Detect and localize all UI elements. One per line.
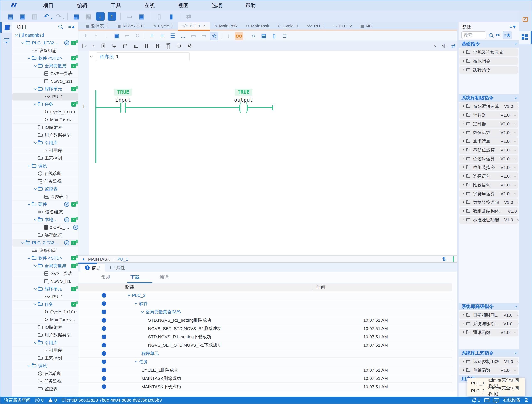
expand-chevron-icon[interactable] — [461, 59, 464, 62]
parallel-branch-icon[interactable] — [131, 42, 140, 50]
subtab-下载[interactable]: 下载 — [130, 274, 140, 283]
expand-chevron-icon[interactable] — [461, 218, 464, 221]
library-item-日期和时间...[interactable]: 日期和时间...V1.0 — [459, 311, 518, 319]
log-row[interactable]: 软件 — [78, 299, 452, 308]
expand-chevron-icon[interactable] — [461, 192, 464, 195]
library-item-数值运算[interactable]: 数值运算V1.0 — [459, 129, 518, 137]
tree-item-MainTask<30>[interactable]: MainTask<30> — [12, 116, 78, 124]
log-row[interactable]: NGVS_SET_STD.NGVS_R1删除成功10:07:51 AM — [78, 324, 452, 333]
tree-item-全局变量集[interactable]: 全局变量集 — [12, 262, 78, 270]
tree-item-Cycle_1<10>[interactable]: Cycle_1<10> — [12, 308, 78, 316]
resource-section-header[interactable]: 系统库初级指令 — [459, 94, 520, 102]
library-item-运动控制函数[interactable]: 运动控制函数V1.0 — [459, 358, 518, 366]
version-dropdown-icon[interactable] — [514, 183, 516, 186]
resource-search-icon[interactable] — [489, 33, 493, 37]
open-project-button[interactable] — [18, 12, 27, 21]
library-item-跳转指令[interactable]: 跳转指令 — [459, 66, 518, 74]
error-counter[interactable]: ✕ 0 — [35, 398, 44, 403]
tree-item-引用库[interactable]: 引用库 — [12, 339, 78, 347]
download-to-device-button[interactable] — [96, 12, 105, 21]
coil-icon[interactable] — [174, 42, 184, 50]
split-horizontal-button[interactable] — [260, 32, 268, 40]
expand-chevron-icon[interactable] — [461, 331, 464, 334]
panel-resize-handle[interactable] — [78, 263, 457, 264]
expand-chevron-icon[interactable] — [461, 140, 464, 142]
tree-item-IO映射表[interactable]: IO映射表 — [12, 324, 78, 331]
tree-item-本地配置[interactable]: 本地配置 — [12, 216, 78, 224]
tree-item-全局变量集[interactable]: 全局变量集 — [12, 62, 78, 70]
expand-chevron-icon[interactable] — [28, 364, 30, 367]
add-element-button[interactable] — [81, 32, 90, 40]
library-item-数组及结构体...[interactable]: 数组及结构体...V1.0 — [459, 207, 518, 215]
expand-chevron-icon[interactable] — [135, 360, 137, 363]
new-project-button[interactable] — [6, 12, 15, 21]
version-dropdown-icon[interactable] — [514, 157, 516, 160]
editor-tab-PLC_2[interactable]: ▭PLC_2 — [329, 22, 356, 30]
expand-chevron-icon[interactable] — [28, 164, 30, 167]
expand-chevron-icon[interactable] — [461, 148, 464, 151]
menu-item-项目[interactable]: 项目 — [32, 0, 65, 10]
log-row[interactable]: MAINTASK下载成功10:07:51 AM — [78, 383, 452, 391]
tree-item-任务监视[interactable]: 任务监视 — [12, 377, 78, 385]
info-tab-信息[interactable]: 信息 — [81, 264, 105, 272]
tree-item-远程配置[interactable]: 远程配置 — [12, 231, 78, 239]
tree-item-PLC_1[T324-X...[interactable]: PLC_1[T324-X... — [12, 39, 78, 47]
collapse-panel-icon[interactable]: ▲ — [82, 257, 85, 261]
zoom-search-button[interactable] — [249, 32, 257, 40]
log-row[interactable]: PLC_2 — [78, 291, 452, 299]
tree-item-软件 <STD>[interactable]: 软件 <STD> — [12, 254, 78, 262]
editor-tab-NGVS_S11[interactable]: ▤NGVS_S11 — [113, 22, 149, 30]
expand-chevron-icon[interactable] — [128, 293, 130, 296]
library-item-单轴函数[interactable]: 单轴函数V1.0 — [459, 366, 518, 374]
tree-item-用户数据类型[interactable]: 用户数据类型 — [12, 131, 78, 139]
expand-chevron-icon[interactable] — [34, 87, 37, 90]
tree-item-任务[interactable]: 任务 — [12, 301, 78, 308]
tree-item-引用库[interactable]: 引用库 — [12, 139, 78, 147]
insert-variable-button[interactable] — [189, 32, 198, 40]
library-item-比较语句[interactable]: 比较语句V1.0 — [459, 181, 518, 189]
tree-item-GVS一览表[interactable]: GVS一览表 — [12, 70, 78, 77]
ladder-canvas[interactable]: 1 程序段 1 TRUE input TRUE output — [78, 51, 457, 256]
monitor-binoculars-button[interactable] — [235, 32, 243, 40]
coil-label[interactable]: output — [227, 97, 260, 103]
log-row[interactable]: STD.NGVS_R1_setting删除成功10:07:51 AM — [78, 316, 452, 324]
expand-chevron-icon[interactable] — [28, 57, 30, 59]
version-dropdown-icon[interactable] — [514, 122, 516, 125]
tree-item-工艺控制[interactable]: 工艺控制 — [12, 354, 78, 362]
log-row[interactable]: 任务 — [78, 358, 452, 366]
tree-item-程序单元[interactable]: 程序单元 — [12, 85, 78, 93]
library-item-布尔指令[interactable]: 布尔指令 — [459, 57, 518, 65]
tree-item-设备组态[interactable]: 设备组态 — [12, 47, 78, 54]
tree-item-dasghbsd[interactable]: dasghbsd — [12, 31, 78, 39]
move-up-button[interactable] — [92, 32, 100, 40]
online-devices-button[interactable] — [519, 13, 532, 25]
library-item-位逻辑运算[interactable]: 位逻辑运算V1.0 — [459, 155, 518, 163]
expand-chevron-icon[interactable] — [461, 68, 464, 71]
library-item-字符串运算[interactable]: 字符串运算V1.0 — [459, 190, 518, 198]
library-item-串移位运算[interactable]: 串移位运算V1.0 — [459, 146, 518, 154]
editor-tab-监控表_1[interactable]: ▤监控表_1 — [81, 22, 113, 30]
tree-item-PU_1[interactable]: PU_1 — [12, 93, 78, 101]
expand-chevron-icon[interactable] — [34, 303, 37, 305]
version-dropdown-icon[interactable] — [514, 175, 516, 177]
project-sort-icon[interactable]: ≡▲ — [68, 24, 75, 30]
breadcrumb-current[interactable]: PU_1 — [117, 257, 128, 262]
start-stop-debug-button[interactable] — [167, 12, 176, 21]
contact-no-icon[interactable] — [142, 42, 151, 50]
tree-item-PU_1[interactable]: PU_1 — [12, 293, 78, 301]
tree-item-监控表[interactable]: 监控表 — [12, 385, 78, 393]
network-collapse-chevron-icon[interactable] — [90, 55, 93, 58]
expand-chevron-icon[interactable] — [34, 187, 37, 190]
project-search-icon[interactable] — [58, 25, 62, 28]
panel-divider[interactable] — [457, 22, 459, 397]
simulation-button[interactable] — [154, 12, 164, 21]
network-devices-button[interactable] — [0, 35, 12, 45]
expand-chevron-icon[interactable] — [15, 33, 18, 36]
tree-item-监控表_1[interactable]: 监控表_1 — [12, 193, 78, 201]
menu-item-选项[interactable]: 选项 — [200, 0, 234, 10]
version-dropdown-icon[interactable] — [514, 166, 516, 169]
expand-chevron-icon[interactable] — [28, 256, 30, 259]
library-item-位组装指令[interactable]: 位组装指令V1.0 — [459, 164, 518, 171]
tree-item-调试[interactable]: 调试 — [12, 162, 78, 170]
version-dropdown-icon[interactable] — [514, 369, 516, 371]
